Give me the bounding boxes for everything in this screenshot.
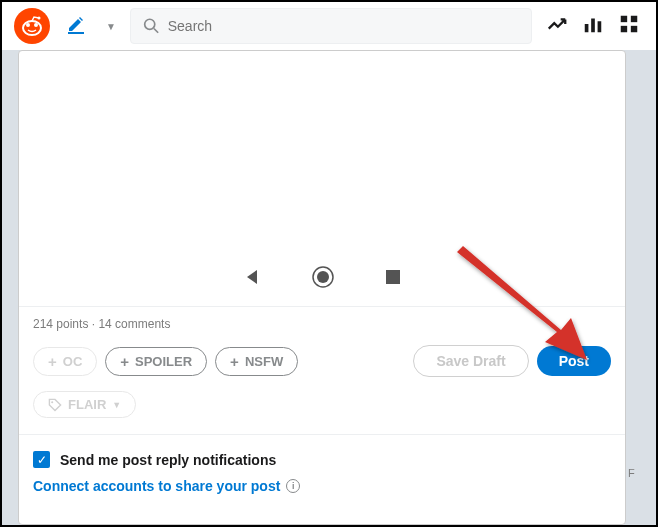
svg-point-0	[26, 23, 30, 27]
reply-notification-row: ✓ Send me post reply notifications	[33, 451, 611, 468]
edit-icon[interactable]	[60, 14, 92, 39]
svg-rect-16	[386, 270, 400, 284]
svg-line-6	[154, 29, 158, 33]
content-area: 214 points · 14 comments + OC + SPOILER …	[2, 50, 656, 525]
media-preview	[19, 51, 625, 307]
record-icon[interactable]	[312, 266, 334, 292]
plus-icon: +	[120, 353, 129, 370]
stats-icon[interactable]	[582, 13, 604, 39]
svg-rect-11	[631, 16, 637, 22]
svg-point-5	[145, 19, 155, 29]
side-char: F	[628, 467, 635, 479]
connect-accounts-label: Connect accounts to share your post	[33, 478, 280, 494]
info-icon: i	[286, 479, 300, 493]
tag-row: + OC + SPOILER + NSFW Save Draft Post	[19, 341, 625, 387]
svg-rect-7	[585, 24, 589, 32]
svg-rect-10	[621, 16, 627, 22]
search-icon	[143, 17, 160, 35]
play-back-icon[interactable]	[242, 267, 262, 291]
header: ▼	[2, 2, 656, 50]
tag-icon	[48, 398, 62, 412]
plus-icon: +	[48, 353, 57, 370]
svg-point-1	[34, 23, 38, 27]
post-card: 214 points · 14 comments + OC + SPOILER …	[18, 50, 626, 525]
tag-flair: FLAIR ▼	[33, 391, 136, 418]
search-bar[interactable]	[130, 8, 532, 44]
svg-rect-9	[598, 21, 602, 32]
side-strip: F	[626, 50, 640, 525]
tag-label: FLAIR	[68, 397, 106, 412]
connect-accounts-link[interactable]: Connect accounts to share your post i	[33, 478, 611, 494]
search-input[interactable]	[168, 18, 519, 34]
svg-point-2	[23, 21, 41, 35]
svg-rect-8	[591, 19, 595, 33]
tag-label: OC	[63, 354, 83, 369]
notification-section: ✓ Send me post reply notifications Conne…	[19, 434, 625, 524]
tag-nsfw[interactable]: + NSFW	[215, 347, 298, 376]
tag-label: SPOILER	[135, 354, 192, 369]
svg-rect-13	[631, 26, 637, 32]
post-button[interactable]: Post	[537, 346, 611, 376]
save-draft-button[interactable]: Save Draft	[413, 345, 528, 377]
media-controls	[242, 266, 402, 292]
tag-label: NSFW	[245, 354, 283, 369]
flair-row: FLAIR ▼	[19, 387, 625, 434]
trending-icon[interactable]	[546, 13, 568, 39]
grid-icon[interactable]	[618, 13, 640, 39]
tag-spoiler[interactable]: + SPOILER	[105, 347, 207, 376]
svg-rect-4	[68, 32, 84, 34]
chevron-down-icon: ▼	[112, 400, 121, 410]
stop-icon[interactable]	[384, 268, 402, 290]
chevron-down-icon[interactable]: ▼	[102, 21, 120, 32]
svg-rect-12	[621, 26, 627, 32]
reply-notification-label: Send me post reply notifications	[60, 452, 276, 468]
reply-notification-checkbox[interactable]: ✓	[33, 451, 50, 468]
plus-icon: +	[230, 353, 239, 370]
reddit-logo[interactable]	[14, 8, 50, 44]
svg-point-15	[317, 271, 329, 283]
svg-point-17	[51, 401, 53, 403]
header-icons	[542, 13, 644, 39]
tag-oc: + OC	[33, 347, 97, 376]
post-stats: 214 points · 14 comments	[19, 307, 625, 341]
